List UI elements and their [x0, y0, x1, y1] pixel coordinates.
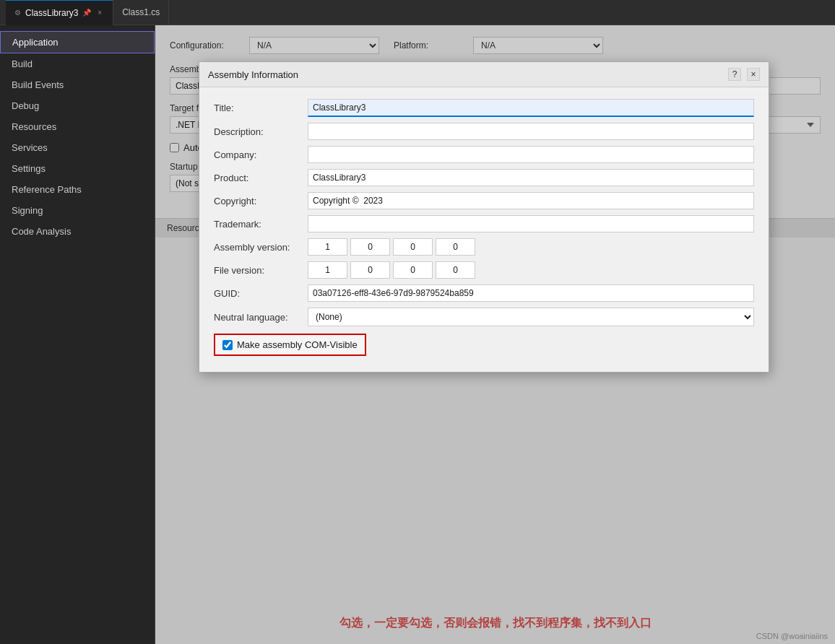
file-version-4[interactable]: [436, 261, 475, 279]
tab-classlibrary3[interactable]: ⚙ ClassLibrary3 📌 ×: [6, 0, 113, 25]
dialog-description-label: Description:: [214, 126, 308, 137]
dialog-help-button[interactable]: ?: [728, 68, 741, 81]
assembly-information-dialog: Assembly Information ? × Title:: [199, 61, 769, 373]
dialog-description-row: Description:: [214, 123, 754, 140]
com-visible-label: Make assembly COM-Visible: [237, 339, 358, 350]
dialog-file-version-row: File version:: [214, 261, 754, 279]
dialog-product-label: Product:: [214, 173, 308, 183]
sidebar-item-build-events[interactable]: Build Events: [0, 74, 155, 95]
dialog-title-input[interactable]: [308, 99, 754, 117]
sidebar-item-application[interactable]: Application: [0, 31, 155, 53]
dialog-product-input[interactable]: [308, 169, 754, 186]
dialog-controls: ? ×: [728, 68, 760, 81]
dialog-trademark-row: Trademark:: [214, 215, 754, 232]
title-bar: ⚙ ClassLibrary3 📌 × Class1.cs: [0, 0, 835, 25]
dialog-description-input[interactable]: [308, 123, 754, 140]
assembly-version-1[interactable]: [308, 238, 347, 256]
dialog-company-row: Company:: [214, 146, 754, 163]
content-area: Configuration: N/A Platform: N/A Assembl…: [155, 25, 835, 644]
dialog-company-input[interactable]: [308, 146, 754, 163]
tab1-close[interactable]: ×: [95, 8, 104, 17]
tab1-label: ClassLibrary3: [25, 8, 78, 18]
file-version-1[interactable]: [308, 261, 347, 279]
dialog-body: Title: Description: Company:: [199, 87, 769, 372]
dialog-overlay: Assembly Information ? × Title:: [155, 25, 835, 644]
main-container: Application Build Build Events Debug Res…: [0, 25, 835, 644]
dialog-neutral-language-row: Neutral language: (None): [214, 308, 754, 326]
dialog-assembly-version-row: Assembly version:: [214, 238, 754, 256]
sidebar-item-reference-paths[interactable]: Reference Paths: [0, 179, 155, 200]
sidebar: Application Build Build Events Debug Res…: [0, 25, 155, 644]
dialog-neutral-language-label: Neutral language:: [214, 312, 308, 323]
com-visible-row: Make assembly COM-Visible: [214, 334, 366, 356]
tab-class1cs[interactable]: Class1.cs: [113, 0, 169, 25]
dialog-trademark-input[interactable]: [308, 215, 754, 232]
sidebar-item-debug[interactable]: Debug: [0, 95, 155, 116]
dialog-copyright-input[interactable]: [308, 192, 754, 209]
sidebar-item-code-analysis[interactable]: Code Analysis: [0, 221, 155, 242]
dialog-titlebar: Assembly Information ? ×: [199, 62, 769, 87]
tab2-label: Class1.cs: [122, 7, 160, 17]
settings-icon: ⚙: [14, 9, 21, 17]
assembly-version-3[interactable]: [393, 238, 433, 256]
dialog-trademark-label: Trademark:: [214, 219, 308, 230]
file-version-2[interactable]: [350, 261, 390, 279]
file-version-3[interactable]: [393, 261, 433, 279]
dialog-guid-input[interactable]: [308, 284, 754, 302]
sidebar-item-build[interactable]: Build: [0, 53, 155, 74]
dialog-assembly-version-inputs: [308, 238, 475, 256]
dialog-copyright-label: Copyright:: [214, 196, 308, 206]
dialog-guid-row: GUID:: [214, 284, 754, 302]
dialog-company-label: Company:: [214, 149, 308, 160]
com-visible-checkbox[interactable]: [222, 340, 233, 350]
dialog-close-button[interactable]: ×: [747, 68, 760, 81]
dialog-copyright-row: Copyright:: [214, 192, 754, 209]
sidebar-item-settings[interactable]: Settings: [0, 158, 155, 179]
dialog-title-row: Title:: [214, 99, 754, 117]
pin-icon: 📌: [82, 9, 91, 17]
dialog-file-version-label: File version:: [214, 265, 308, 276]
assembly-version-4[interactable]: [436, 238, 475, 256]
dialog-file-version-inputs: [308, 261, 475, 279]
dialog-product-row: Product:: [214, 169, 754, 186]
dialog-guid-label: GUID:: [214, 288, 308, 299]
sidebar-item-signing[interactable]: Signing: [0, 200, 155, 221]
dialog-neutral-language-select[interactable]: (None): [308, 308, 754, 326]
sidebar-item-services[interactable]: Services: [0, 137, 155, 158]
sidebar-item-resources[interactable]: Resources: [0, 116, 155, 137]
dialog-title: Assembly Information: [208, 69, 298, 80]
dialog-title-label: Title:: [214, 103, 308, 113]
dialog-assembly-version-label: Assembly version:: [214, 242, 308, 253]
assembly-version-2[interactable]: [350, 238, 390, 256]
